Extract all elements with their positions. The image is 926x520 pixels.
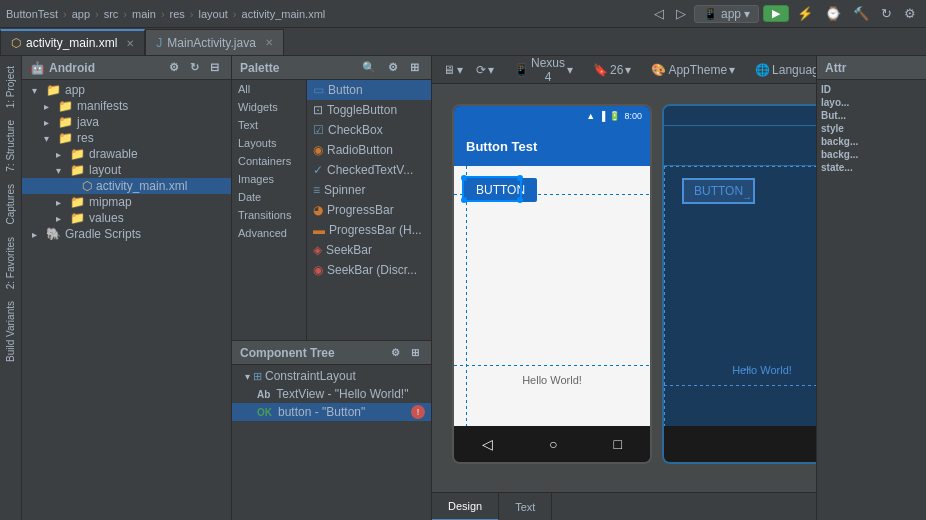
sidebar-tab-captures[interactable]: Captures	[1, 178, 20, 231]
phone-content[interactable]: BUTTON Hello World!	[454, 166, 650, 426]
palette-item-checkbox[interactable]: ☑ CheckBox	[307, 120, 431, 140]
comp-tree-settings-icon[interactable]: ⚙	[387, 345, 404, 360]
device-dropdown[interactable]: 📱 Nexus 4 ▾	[509, 56, 578, 86]
button-widget[interactable]: BUTTON	[464, 178, 537, 202]
tree-item-app[interactable]: ▾ 📁 app	[22, 82, 231, 98]
palette-item-progressbar-h[interactable]: ▬ ProgressBar (H...	[307, 220, 431, 240]
tree-label-mipmap: mipmap	[89, 195, 132, 209]
palette-cat-layouts[interactable]: Layouts	[232, 134, 306, 152]
tree-item-java[interactable]: ▸ 📁 java	[22, 114, 231, 130]
tab-activity-xml[interactable]: ⬡ activity_main.xml ✕	[0, 29, 145, 55]
build-icon[interactable]: 🔨	[849, 4, 873, 23]
tree-item-layout[interactable]: ▾ 📁 layout	[22, 162, 231, 178]
show-design-btn[interactable]: 🖥 ▾	[438, 61, 468, 79]
language-dropdown[interactable]: 🌐 Language ▾	[750, 61, 816, 79]
palette-search-icon[interactable]: 🔍	[358, 59, 380, 76]
attr-row-state: state...	[821, 162, 922, 173]
orientation-btn[interactable]: ⟳ ▾	[471, 61, 499, 79]
run-config-dropdown[interactable]: 📱 app ▾	[694, 5, 759, 23]
api-arrow-icon: ▾	[625, 63, 631, 77]
profile-icon[interactable]: ⌚	[821, 4, 845, 23]
palette-item-spinner[interactable]: ≡ Spinner	[307, 180, 431, 200]
palette-cat-date[interactable]: Date	[232, 188, 306, 206]
tree-item-res[interactable]: ▾ 📁 res	[22, 130, 231, 146]
breadcrumb-file[interactable]: activity_main.xml	[242, 8, 326, 20]
constraint-line-left	[466, 166, 467, 426]
project-tree: ▾ 📁 app ▸ 📁 manifests ▸ 📁 java ▾ 📁 res	[22, 80, 231, 520]
attributes-panel: Attr ID layo... But... style backg... ba…	[816, 56, 926, 520]
palette-item-seekbar-discr[interactable]: ◉ SeekBar (Discr...	[307, 260, 431, 280]
comp-tree-textview[interactable]: Ab TextView - "Hello World!"	[232, 385, 431, 403]
tab-close-xml[interactable]: ✕	[126, 38, 134, 49]
breadcrumb-main[interactable]: main	[132, 8, 156, 20]
settings-icon[interactable]: ⚙	[900, 4, 920, 23]
palette-item-radiobutton[interactable]: ◉ RadioButton	[307, 140, 431, 160]
tree-arrow-app: ▾	[32, 85, 44, 96]
run-button[interactable]: ▶	[763, 5, 789, 22]
palette-cat-images[interactable]: Images	[232, 170, 306, 188]
tree-item-activity-xml[interactable]: ⬡ activity_main.xml	[22, 178, 231, 194]
breadcrumb-res[interactable]: res	[170, 8, 185, 20]
breadcrumb-app[interactable]: app	[72, 8, 90, 20]
sync-icon[interactable]: ↻	[877, 4, 896, 23]
nav-home-icon[interactable]: ○	[549, 436, 557, 452]
debug-icon[interactable]: ⚡	[793, 4, 817, 23]
palette-item-togglebutton[interactable]: ⊡ ToggleButton	[307, 100, 431, 120]
palette-settings-icon[interactable]: ⚙	[384, 59, 402, 76]
tab-mainactivity-java[interactable]: J MainActivity.java ✕	[145, 29, 283, 55]
language-icon: 🌐	[755, 63, 770, 77]
blueprint-nav-bar	[664, 426, 816, 462]
comp-tree-expand-icon[interactable]: ⊞	[407, 345, 423, 360]
canvas-body[interactable]: ▲ ▐ 🔋 8:00 Button Test BUTTON	[432, 84, 816, 492]
xml-file-icon: ⬡	[11, 36, 21, 50]
sidebar-tab-favorites[interactable]: 2: Favorites	[1, 231, 20, 295]
component-tree-section: Component Tree ⚙ ⊞ ▾ ⊞ ConstraintLayout …	[232, 340, 431, 520]
tree-label-gradle: Gradle Scripts	[65, 227, 141, 241]
tree-arrow-java: ▸	[44, 117, 56, 128]
tree-item-mipmap[interactable]: ▸ 📁 mipmap	[22, 194, 231, 210]
comp-tree-constraint-layout[interactable]: ▾ ⊞ ConstraintLayout	[232, 367, 431, 385]
blueprint-arrow-right: →	[742, 192, 752, 203]
theme-dropdown[interactable]: 🎨 AppTheme ▾	[646, 61, 740, 79]
project-settings-icon[interactable]: ⚙	[165, 59, 183, 76]
palette-cat-text[interactable]: Text	[232, 116, 306, 134]
api-icon: 🔖	[593, 63, 608, 77]
project-sync-icon[interactable]: ↻	[186, 59, 203, 76]
bottom-tabs: Design Text	[432, 492, 816, 520]
breadcrumb-src[interactable]: src	[104, 8, 119, 20]
breadcrumb-layout[interactable]: layout	[199, 8, 228, 20]
tab-design[interactable]: Design	[432, 493, 499, 521]
back-navigation-icon[interactable]: ◁	[650, 4, 668, 23]
api-dropdown[interactable]: 🔖 26 ▾	[588, 61, 636, 79]
tree-item-drawable[interactable]: ▸ 📁 drawable	[22, 146, 231, 162]
blueprint-line-left	[664, 166, 665, 426]
tree-item-gradle[interactable]: ▸ 🐘 Gradle Scripts	[22, 226, 231, 242]
folder-res-icon: 📁	[58, 131, 73, 145]
sidebar-tab-build[interactable]: Build Variants	[1, 295, 20, 368]
progressbar-palette-icon: ◕	[313, 203, 323, 217]
palette-expand-icon[interactable]: ⊞	[406, 59, 423, 76]
breadcrumb-buttontest[interactable]: ButtonTest	[6, 8, 58, 20]
comp-tree-button[interactable]: OK button - "Button" !	[232, 403, 431, 421]
forward-navigation-icon[interactable]: ▷	[672, 4, 690, 23]
nav-recent-icon[interactable]: □	[614, 436, 622, 452]
tab-close-java[interactable]: ✕	[265, 37, 273, 48]
palette-cat-containers[interactable]: Containers	[232, 152, 306, 170]
palette-cat-widgets[interactable]: Widgets	[232, 98, 306, 116]
palette-item-seekbar[interactable]: ◈ SeekBar	[307, 240, 431, 260]
tree-item-manifests[interactable]: ▸ 📁 manifests	[22, 98, 231, 114]
nav-back-icon[interactable]: ◁	[482, 436, 493, 452]
sidebar-tab-structure[interactable]: 7: Structure	[1, 114, 20, 178]
folder-values-icon: 📁	[70, 211, 85, 225]
palette-item-checkedtextview[interactable]: ✓ CheckedTextV...	[307, 160, 431, 180]
palette-item-button[interactable]: ▭ Button	[307, 80, 431, 100]
run-config-icon: 📱	[703, 7, 718, 21]
palette-cat-transitions[interactable]: Transitions	[232, 206, 306, 224]
palette-item-progressbar[interactable]: ◕ ProgressBar	[307, 200, 431, 220]
tab-text[interactable]: Text	[499, 493, 552, 521]
project-collapse-icon[interactable]: ⊟	[206, 59, 223, 76]
palette-cat-all[interactable]: All	[232, 80, 306, 98]
sidebar-tab-project[interactable]: 1: Project	[1, 60, 20, 114]
tree-item-values[interactable]: ▸ 📁 values	[22, 210, 231, 226]
palette-cat-advanced[interactable]: Advanced	[232, 224, 306, 242]
